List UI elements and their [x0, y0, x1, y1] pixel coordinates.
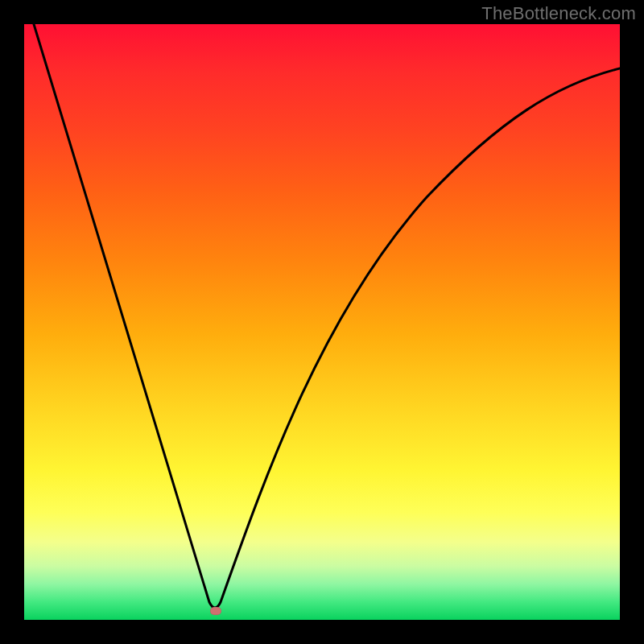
min-point-marker	[210, 607, 221, 615]
curve-svg	[24, 24, 620, 620]
watermark-text: TheBottleneck.com	[481, 3, 636, 24]
plot-area	[24, 24, 620, 620]
bottleneck-curve-path	[34, 24, 620, 608]
chart-frame: TheBottleneck.com	[0, 0, 644, 644]
